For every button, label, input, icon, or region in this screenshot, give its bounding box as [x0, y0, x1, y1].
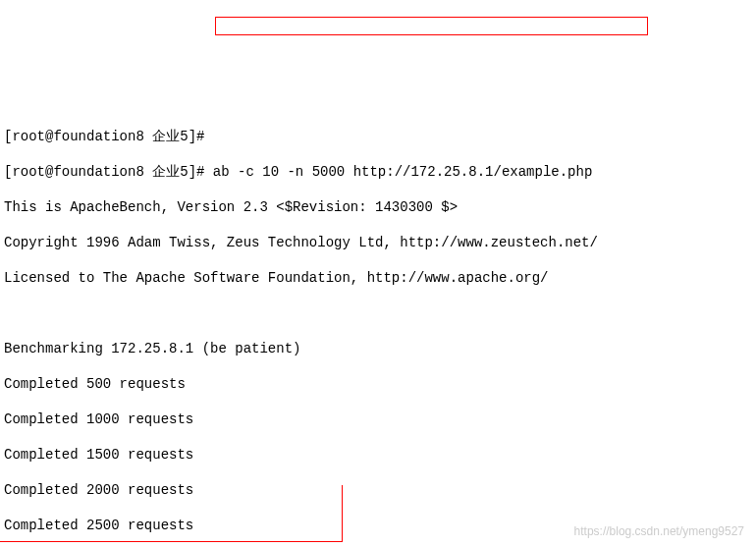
blank-line: [4, 304, 756, 322]
command-highlight-box: [215, 17, 648, 35]
prompt-line-2: [root@foundation8 企业5]# ab -c 10 -n 5000…: [4, 163, 756, 181]
header-line-2: Copyright 1996 Adam Twiss, Zeus Technolo…: [4, 234, 756, 251]
prompt-line-1: [root@foundation8 企业5]#: [4, 128, 756, 145]
progress-line: Completed 1000 requests: [4, 410, 756, 428]
progress-line: Completed 500 requests: [4, 375, 756, 393]
header-line-1: This is ApacheBench, Version 2.3 <$Revis…: [4, 198, 756, 216]
benchmark-title: Benchmarking 172.25.8.1 (be patient): [4, 340, 756, 357]
header-line-3: Licensed to The Apache Software Foundati…: [4, 269, 756, 287]
progress-line: Completed 1500 requests: [4, 446, 756, 464]
progress-line: Completed 2500 requests: [4, 517, 756, 534]
progress-line: Completed 2000 requests: [4, 481, 756, 499]
